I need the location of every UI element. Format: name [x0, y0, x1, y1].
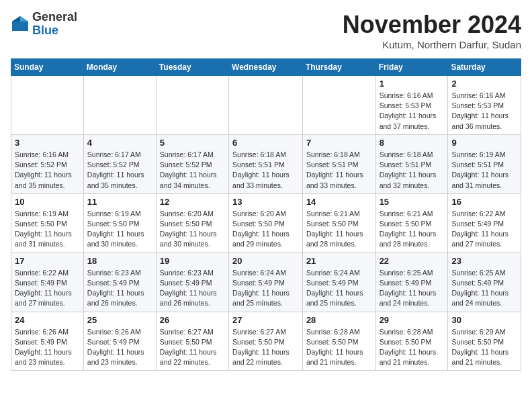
calendar-cell: 25Sunrise: 6:26 AM Sunset: 5:49 PM Dayli… [83, 312, 156, 371]
calendar-cell: 8Sunrise: 6:18 AM Sunset: 5:51 PM Daylig… [375, 134, 448, 193]
day-info: Sunrise: 6:29 AM Sunset: 5:50 PM Dayligh… [451, 327, 517, 368]
calendar-cell: 3Sunrise: 6:16 AM Sunset: 5:52 PM Daylig… [11, 134, 84, 193]
logo: General Blue [11, 11, 77, 38]
day-info: Sunrise: 6:27 AM Sunset: 5:50 PM Dayligh… [232, 327, 299, 368]
calendar-cell: 29Sunrise: 6:28 AM Sunset: 5:50 PM Dayli… [375, 312, 448, 371]
day-info: Sunrise: 6:19 AM Sunset: 5:50 PM Dayligh… [87, 209, 152, 250]
calendar-cell [83, 76, 156, 135]
calendar-cell: 7Sunrise: 6:18 AM Sunset: 5:51 PM Daylig… [302, 134, 375, 193]
day-info: Sunrise: 6:24 AM Sunset: 5:49 PM Dayligh… [306, 268, 372, 309]
day-info: Sunrise: 6:16 AM Sunset: 5:53 PM Dayligh… [380, 91, 445, 132]
calendar-cell: 1Sunrise: 6:16 AM Sunset: 5:53 PM Daylig… [375, 76, 448, 135]
page-header: General Blue November 2024 Kutum, Northe… [11, 11, 521, 50]
calendar-cell [229, 76, 303, 135]
calendar-cell: 24Sunrise: 6:26 AM Sunset: 5:49 PM Dayli… [11, 312, 84, 371]
day-number: 21 [306, 256, 372, 266]
day-number: 22 [380, 256, 445, 266]
day-number: 29 [380, 315, 445, 325]
calendar-cell: 4Sunrise: 6:17 AM Sunset: 5:52 PM Daylig… [83, 134, 156, 193]
calendar-cell: 5Sunrise: 6:17 AM Sunset: 5:52 PM Daylig… [156, 134, 228, 193]
weekday-header: Friday [375, 59, 448, 76]
day-info: Sunrise: 6:20 AM Sunset: 5:50 PM Dayligh… [232, 209, 299, 250]
calendar-cell: 9Sunrise: 6:19 AM Sunset: 5:51 PM Daylig… [448, 134, 521, 193]
day-info: Sunrise: 6:17 AM Sunset: 5:52 PM Dayligh… [160, 150, 225, 191]
calendar-table: SundayMondayTuesdayWednesdayThursdayFrid… [11, 58, 521, 371]
calendar-cell: 28Sunrise: 6:28 AM Sunset: 5:50 PM Dayli… [302, 312, 375, 371]
day-number: 28 [306, 315, 372, 325]
calendar-cell: 23Sunrise: 6:25 AM Sunset: 5:49 PM Dayli… [448, 253, 521, 312]
day-number: 24 [15, 315, 80, 325]
weekday-header: Thursday [302, 59, 375, 76]
calendar-cell: 16Sunrise: 6:22 AM Sunset: 5:49 PM Dayli… [448, 193, 521, 253]
calendar-cell: 13Sunrise: 6:20 AM Sunset: 5:50 PM Dayli… [229, 193, 303, 253]
calendar-cell: 20Sunrise: 6:24 AM Sunset: 5:49 PM Dayli… [229, 253, 303, 312]
day-number: 1 [380, 79, 445, 89]
day-number: 27 [232, 315, 299, 325]
day-info: Sunrise: 6:25 AM Sunset: 5:49 PM Dayligh… [380, 268, 445, 309]
day-info: Sunrise: 6:19 AM Sunset: 5:51 PM Dayligh… [451, 150, 517, 191]
calendar-cell: 30Sunrise: 6:29 AM Sunset: 5:50 PM Dayli… [448, 312, 521, 371]
day-number: 4 [87, 138, 152, 148]
day-number: 25 [87, 315, 152, 325]
calendar-cell: 26Sunrise: 6:27 AM Sunset: 5:50 PM Dayli… [156, 312, 228, 371]
day-info: Sunrise: 6:26 AM Sunset: 5:49 PM Dayligh… [15, 327, 80, 368]
day-info: Sunrise: 6:16 AM Sunset: 5:53 PM Dayligh… [451, 91, 517, 132]
calendar-cell: 14Sunrise: 6:21 AM Sunset: 5:50 PM Dayli… [302, 193, 375, 253]
day-number: 20 [232, 256, 299, 266]
calendar-cell [11, 76, 84, 135]
day-number: 19 [160, 256, 225, 266]
day-number: 18 [87, 256, 152, 266]
svg-marker-1 [20, 16, 28, 21]
day-number: 7 [306, 138, 372, 148]
day-number: 23 [451, 256, 517, 266]
day-number: 15 [380, 197, 445, 207]
day-info: Sunrise: 6:19 AM Sunset: 5:50 PM Dayligh… [15, 209, 80, 250]
day-number: 13 [232, 197, 299, 207]
weekday-header: Wednesday [229, 59, 303, 76]
day-number: 12 [160, 197, 225, 207]
location: Kutum, Northern Darfur, Sudan [343, 39, 521, 50]
calendar-cell: 18Sunrise: 6:23 AM Sunset: 5:49 PM Dayli… [83, 253, 156, 312]
calendar-cell: 15Sunrise: 6:21 AM Sunset: 5:50 PM Dayli… [375, 193, 448, 253]
calendar-cell: 17Sunrise: 6:22 AM Sunset: 5:49 PM Dayli… [11, 253, 84, 312]
calendar-cell: 27Sunrise: 6:27 AM Sunset: 5:50 PM Dayli… [229, 312, 303, 371]
day-number: 5 [160, 138, 225, 148]
calendar-cell: 2Sunrise: 6:16 AM Sunset: 5:53 PM Daylig… [448, 76, 521, 135]
calendar-cell: 11Sunrise: 6:19 AM Sunset: 5:50 PM Dayli… [83, 193, 156, 253]
calendar-cell: 10Sunrise: 6:19 AM Sunset: 5:50 PM Dayli… [11, 193, 84, 253]
weekday-header: Tuesday [156, 59, 228, 76]
day-number: 16 [451, 197, 517, 207]
weekday-header: Monday [83, 59, 156, 76]
day-number: 2 [451, 79, 517, 89]
logo-text: General Blue [32, 11, 77, 38]
day-number: 30 [451, 315, 517, 325]
day-info: Sunrise: 6:17 AM Sunset: 5:52 PM Dayligh… [87, 150, 152, 191]
day-info: Sunrise: 6:21 AM Sunset: 5:50 PM Dayligh… [306, 209, 372, 250]
day-info: Sunrise: 6:25 AM Sunset: 5:49 PM Dayligh… [451, 268, 517, 309]
day-number: 9 [451, 138, 517, 148]
day-info: Sunrise: 6:22 AM Sunset: 5:49 PM Dayligh… [451, 209, 517, 250]
calendar-cell [156, 76, 228, 135]
day-info: Sunrise: 6:18 AM Sunset: 5:51 PM Dayligh… [232, 150, 299, 191]
calendar-cell: 21Sunrise: 6:24 AM Sunset: 5:49 PM Dayli… [302, 253, 375, 312]
calendar-cell: 12Sunrise: 6:20 AM Sunset: 5:50 PM Dayli… [156, 193, 228, 253]
day-number: 6 [232, 138, 299, 148]
calendar-cell [302, 76, 375, 135]
day-info: Sunrise: 6:27 AM Sunset: 5:50 PM Dayligh… [160, 327, 225, 368]
day-info: Sunrise: 6:22 AM Sunset: 5:49 PM Dayligh… [15, 268, 80, 309]
day-info: Sunrise: 6:23 AM Sunset: 5:49 PM Dayligh… [160, 268, 225, 309]
day-info: Sunrise: 6:21 AM Sunset: 5:50 PM Dayligh… [380, 209, 445, 250]
day-number: 10 [15, 197, 80, 207]
calendar-cell: 22Sunrise: 6:25 AM Sunset: 5:49 PM Dayli… [375, 253, 448, 312]
day-info: Sunrise: 6:16 AM Sunset: 5:52 PM Dayligh… [15, 150, 80, 191]
weekday-header: Sunday [11, 59, 84, 76]
month-title: November 2024 [343, 11, 521, 39]
day-number: 3 [15, 138, 80, 148]
day-info: Sunrise: 6:18 AM Sunset: 5:51 PM Dayligh… [380, 150, 445, 191]
day-number: 11 [87, 197, 152, 207]
calendar-cell: 19Sunrise: 6:23 AM Sunset: 5:49 PM Dayli… [156, 253, 228, 312]
title-block: November 2024 Kutum, Northern Darfur, Su… [343, 11, 521, 50]
weekday-header: Saturday [448, 59, 521, 76]
day-info: Sunrise: 6:20 AM Sunset: 5:50 PM Dayligh… [160, 209, 225, 250]
day-number: 26 [160, 315, 225, 325]
